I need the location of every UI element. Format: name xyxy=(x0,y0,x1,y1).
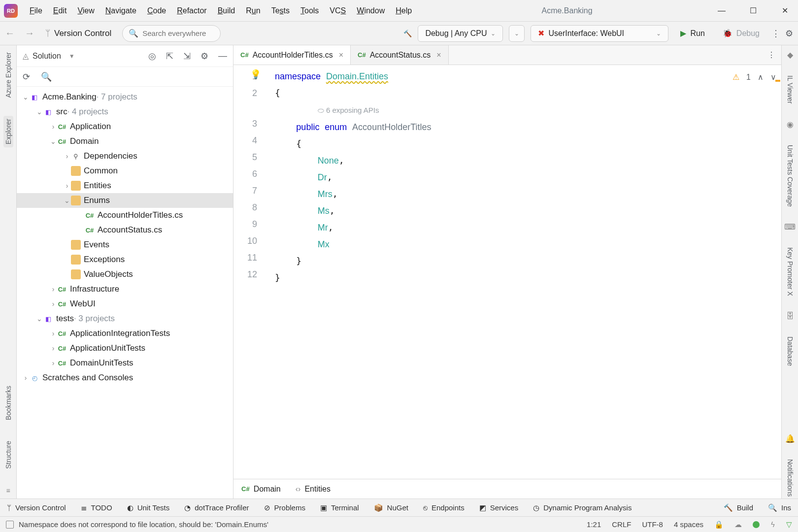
bottom-inspect[interactable]: 🔍Ins xyxy=(768,503,791,512)
tree-enums[interactable]: ⌄Enums xyxy=(17,193,233,208)
search-icon[interactable]: 🔍 xyxy=(41,71,52,82)
tool-windows-icon[interactable] xyxy=(6,521,14,529)
tree-dependencies[interactable]: ›⚲Dependencies xyxy=(17,149,233,164)
bottom-nuget[interactable]: 📦NuGet xyxy=(374,503,408,512)
menu-build[interactable]: Build xyxy=(213,4,240,17)
tree-entities[interactable]: ›Entities xyxy=(17,178,233,193)
indent-setting[interactable]: 4 spaces xyxy=(674,520,703,529)
tree-valueobjects[interactable]: ValueObjects xyxy=(17,267,233,282)
right-tab-keypromoter[interactable]: Key Promoter X xyxy=(785,245,795,298)
tree-test-3[interactable]: ›C#DomainUnitTests xyxy=(17,356,233,370)
close-icon[interactable]: ✕ xyxy=(780,6,789,15)
bottom-endpoints[interactable]: ⎋Endpoints xyxy=(423,503,465,512)
tree-application[interactable]: ›C#Application xyxy=(17,119,233,134)
coverage-icon[interactable]: ◉ xyxy=(787,120,794,129)
menu-vcs[interactable]: VCS xyxy=(325,4,351,17)
nav-forward-icon[interactable]: → xyxy=(25,28,34,39)
keypromoter-icon[interactable]: ⌨ xyxy=(784,222,796,232)
tree-test-2[interactable]: ›C#ApplicationUnitTests xyxy=(17,341,233,356)
bell-icon[interactable]: 🔔 xyxy=(785,434,795,443)
expand-icon[interactable]: ⇱ xyxy=(166,51,173,62)
database-icon[interactable]: 🗄 xyxy=(786,312,794,321)
version-control-button[interactable]: ᛘ Version Control xyxy=(40,27,116,40)
error-stripe-marker[interactable] xyxy=(775,80,780,82)
left-tab-structure[interactable]: Structure xyxy=(3,438,13,472)
tree-exceptions[interactable]: Exceptions xyxy=(17,252,233,267)
lock-icon[interactable]: 🔒 xyxy=(714,520,724,529)
target-icon[interactable]: ◎ xyxy=(148,51,156,62)
left-tab-explorer[interactable]: Explorer xyxy=(3,116,13,147)
collapse-icon[interactable]: ⇲ xyxy=(183,51,191,62)
hammer-icon[interactable]: 🔨 xyxy=(403,30,412,37)
chevron-down-icon[interactable]: ▼ xyxy=(69,53,75,60)
run-config-dropdown[interactable]: ✖ UserInterface: WebUI ⌄ xyxy=(531,25,668,42)
bottom-problems[interactable]: ⊘Problems xyxy=(264,503,305,512)
bottom-unittests[interactable]: ◐Unit Tests xyxy=(127,503,170,512)
tree-test-1[interactable]: ›C#ApplicationIntegrationTests xyxy=(17,326,233,341)
code-editor[interactable]: namespace Domain.Entities { ⬭ 6 exposing… xyxy=(273,65,781,479)
shield-icon[interactable]: ▽ xyxy=(786,520,792,529)
menu-view[interactable]: View xyxy=(72,4,99,17)
menu-help[interactable]: Help xyxy=(391,4,417,17)
close-tab-icon[interactable]: × xyxy=(436,51,441,60)
tree-domain[interactable]: ⌄C#Domain xyxy=(17,134,233,149)
menu-edit[interactable]: Edit xyxy=(48,4,72,17)
cursor-position[interactable]: 1:21 xyxy=(587,520,601,529)
breadcrumb-domain[interactable]: C#Domain xyxy=(241,485,281,494)
menu-tests[interactable]: Tests xyxy=(266,4,295,17)
tree-src[interactable]: ⌄◧src · 4 projects xyxy=(17,104,233,119)
bottom-vc[interactable]: ᛘVersion Control xyxy=(7,503,66,512)
bottom-todo[interactable]: ≣TODO xyxy=(81,503,112,512)
sync-icon[interactable]: ⟳ xyxy=(23,71,30,82)
left-tab-bookmarks[interactable]: Bookmarks xyxy=(3,383,13,423)
inspection-widget[interactable]: ⚠1 ∧ ∨ xyxy=(732,69,776,86)
prev-highlight-icon[interactable]: ∧ xyxy=(758,69,764,86)
tree-events[interactable]: Events xyxy=(17,237,233,252)
tree-tests[interactable]: ⌄◧tests · 3 projects xyxy=(17,311,233,326)
close-tab-icon[interactable]: × xyxy=(339,51,343,60)
menu-tools[interactable]: Tools xyxy=(296,4,324,17)
tab-accountholdertitles[interactable]: C# AccountHolderTitles.cs × xyxy=(233,45,351,65)
tree-common[interactable]: Common xyxy=(17,164,233,178)
power-save-icon[interactable]: ϟ xyxy=(770,520,775,529)
tab-accountstatus[interactable]: C# AccountStatus.cs × xyxy=(351,45,449,65)
maximize-icon[interactable]: ☐ xyxy=(749,6,758,15)
menu-navigate[interactable]: Navigate xyxy=(100,4,141,17)
menu-code[interactable]: Code xyxy=(142,4,171,17)
search-everywhere[interactable]: 🔍 xyxy=(122,25,221,42)
tree-root[interactable]: ⌄◧Acme.Banking · 7 projects xyxy=(17,90,233,104)
right-tab-notifications[interactable]: Notifications xyxy=(785,457,795,499)
right-tab-ilviewer[interactable]: IL Viewer xyxy=(785,73,795,106)
right-tab-coverage[interactable]: Unit Tests Coverage xyxy=(785,143,795,209)
attach-process-button[interactable]: ⌄ xyxy=(509,25,525,42)
bottom-services[interactable]: ◩Services xyxy=(479,503,519,512)
right-tab-database[interactable]: Database xyxy=(785,334,795,368)
solution-view-label[interactable]: Solution xyxy=(33,52,61,61)
bottom-dottrace[interactable]: ◔dotTrace Profiler xyxy=(184,503,249,512)
menu-run[interactable]: Run xyxy=(241,4,265,17)
build-config-dropdown[interactable]: Debug | Any CPU ⌄ xyxy=(418,25,503,42)
tree-file-2[interactable]: C#AccountStatus.cs xyxy=(17,223,233,237)
settings-icon[interactable]: ⚙ xyxy=(785,28,793,39)
menu-window[interactable]: Window xyxy=(352,4,390,17)
left-tab-azure[interactable]: Azure Explorer xyxy=(3,49,13,101)
lightbulb-icon[interactable]: 💡 xyxy=(250,69,261,80)
status-ok-icon[interactable] xyxy=(753,521,760,528)
run-button[interactable]: ▶ Run xyxy=(674,25,710,42)
bottom-dpa[interactable]: ◷Dynamic Program Analysis xyxy=(533,503,632,512)
debug-button[interactable]: 🐞 Debug xyxy=(717,25,765,42)
sync-icon[interactable]: ☁ xyxy=(734,520,742,529)
bottom-build[interactable]: 🔨Build xyxy=(724,503,753,512)
code-lens-hint[interactable]: ⬭ xyxy=(318,106,326,114)
il-viewer-icon[interactable]: ◆ xyxy=(787,50,793,60)
structure-icon[interactable]: ≡ xyxy=(6,487,10,495)
encoding[interactable]: UTF-8 xyxy=(642,520,663,529)
hide-panel-icon[interactable]: — xyxy=(218,51,227,62)
menu-refactor[interactable]: Refactor xyxy=(172,4,211,17)
menu-file[interactable]: File xyxy=(25,4,47,17)
nav-back-icon[interactable]: ← xyxy=(5,28,15,39)
search-input[interactable] xyxy=(142,29,214,37)
next-highlight-icon[interactable]: ∨ xyxy=(770,69,776,86)
more-actions-icon[interactable]: ⋮ xyxy=(771,28,779,39)
tree-webui[interactable]: ›C#WebUI xyxy=(17,297,233,311)
